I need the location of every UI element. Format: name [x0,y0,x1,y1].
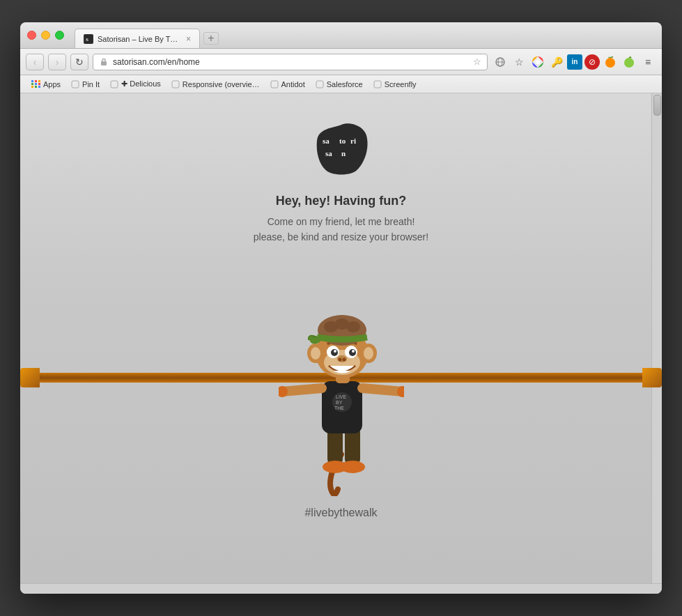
svg-rect-2 [101,61,107,66]
bookmarks-bar: Apps Pin It ✚ Delicious Responsive (over… [20,75,662,93]
navigation-bar: ‹ › ↻ satorisan.com/en/home ☆ [20,49,662,75]
svg-point-40 [352,350,355,353]
bookmark-responsive-label: Responsive (overvie… [183,80,260,88]
horizontal-scrollbar[interactable] [20,583,662,594]
color-wheel-icon [532,56,544,68]
svg-text:to: to [339,137,346,145]
svg-point-24 [340,461,365,473]
tab-title: Satorisan – Live By The Wa… [98,35,179,43]
bookmark-icon-screenfly [373,79,382,89]
minimize-button[interactable] [41,31,50,40]
svg-text:ri: ri [350,137,356,145]
bookmark-icon-responsive [171,79,180,89]
message-line1: Come on my friend, let me breath! [254,214,428,229]
pole-end-right [642,368,662,387]
vertical-scrollbar[interactable] [651,93,662,583]
scrollbar-track [20,584,662,594]
close-button[interactable] [27,31,36,40]
hashtag-text: #livebythewalk [304,507,377,519]
back-button[interactable]: ‹ [26,54,44,70]
svg-point-45 [311,347,320,360]
tab-favicon: S [84,34,93,44]
address-bar[interactable]: satorisan.com/en/home ☆ [93,54,488,70]
satorisan-logo: sa to ri sa n [310,121,373,177]
nav-tools: ☆ 🔑 in ⊘ [492,54,656,70]
apps-grid-icon [31,79,41,89]
title-bar: S Satorisan – Live By The Wa… × + [20,22,662,49]
key-button[interactable]: 🔑 [548,54,565,70]
svg-point-9 [624,58,634,68]
message-title: Hey, hey! Having fun? [254,194,428,208]
svg-point-51 [346,321,360,332]
window-controls [27,31,64,40]
monkey-scene: LIVE BY THE [20,259,662,496]
svg-point-7 [536,60,540,64]
scrollbar-thumb[interactable] [653,95,661,116]
url-text: satorisan.com/en/home [113,57,469,67]
tab-bar: S Satorisan – Live By The Wa… × + [75,22,655,48]
bookmark-antidot[interactable]: Antidot [265,78,309,91]
active-tab[interactable]: S Satorisan – Live By The Wa… × [75,29,200,48]
address-actions: ☆ [473,56,481,67]
search-tool-button[interactable] [492,54,509,70]
svg-point-42 [338,357,341,361]
pole-end-left [20,368,40,387]
svg-text:LIVE: LIVE [336,394,347,399]
svg-rect-11 [111,81,118,88]
svg-point-39 [334,350,336,353]
bookmark-star-icon[interactable]: ☆ [473,56,481,67]
green-icon[interactable] [621,54,637,70]
svg-rect-15 [374,81,381,88]
svg-text:THE: THE [334,406,344,410]
svg-rect-10 [72,81,79,88]
tab-close-button[interactable]: × [186,34,191,44]
menu-button[interactable]: ≡ [640,54,656,70]
refresh-button[interactable]: ↻ [70,54,88,70]
maximize-button[interactable] [55,31,64,40]
svg-text:sa: sa [323,137,330,145]
bookmark-icon-antidot [270,79,279,89]
svg-rect-12 [172,81,179,88]
svg-point-43 [342,357,346,361]
lock-icon [99,57,109,67]
bookmark-icon-salesforce [315,79,325,89]
color-picker-button[interactable] [529,54,546,70]
svg-text:S: S [86,37,88,43]
star-button[interactable]: ☆ [511,54,527,70]
bookmark-icon-delicious [109,79,119,89]
bookmark-screenfly[interactable]: Screenfly [369,78,421,91]
svg-rect-13 [271,81,278,88]
forward-button[interactable]: › [48,54,66,70]
page-content: sa to ri sa n Hey, hey! Having fun? Come… [20,93,662,583]
message-container: Hey, hey! Having fun? Come on my friend,… [254,194,428,245]
bookmark-delicious[interactable]: ✚ Delicious [105,78,165,91]
monkey-svg: LIVE BY THE [279,259,404,496]
svg-point-8 [605,58,615,68]
svg-text:n: n [341,149,346,157]
svg-rect-14 [316,81,323,88]
message-body: Come on my friend, let me breath! please… [254,214,428,245]
bookmark-pinit-label: Pin It [82,80,100,88]
message-line2: please, be kind and resize your browser! [254,229,428,245]
bookmark-pinit[interactable]: Pin It [66,78,104,91]
bookmark-apps-label: Apps [43,80,61,88]
bookmark-apps[interactable]: Apps [27,78,65,91]
bookmark-responsive[interactable]: Responsive (overvie… [166,78,264,91]
new-tab-button[interactable]: + [203,32,219,45]
bookmark-screenfly-label: Screenfly [385,80,417,88]
globe-icon [495,56,506,68]
green-apple-icon [622,55,636,69]
orange-fruit-icon [603,55,617,69]
bookmark-salesforce-label: Salesforce [327,80,363,88]
bookmark-salesforce[interactable]: Salesforce [311,78,367,91]
orange-icon[interactable] [602,54,619,70]
logo-container: sa to ri sa n [310,121,373,180]
linkedin-button[interactable]: in [567,54,582,70]
browser-window: S Satorisan – Live By The Wa… × + ‹ › ↻ … [20,22,662,594]
bookmark-delicious-label: ✚ Delicious [121,79,161,88]
bookmark-icon-pinit [70,79,80,89]
svg-point-47 [364,347,373,360]
stop-button[interactable]: ⊘ [584,54,600,70]
svg-text:sa: sa [325,149,332,157]
svg-text:BY: BY [336,400,343,405]
